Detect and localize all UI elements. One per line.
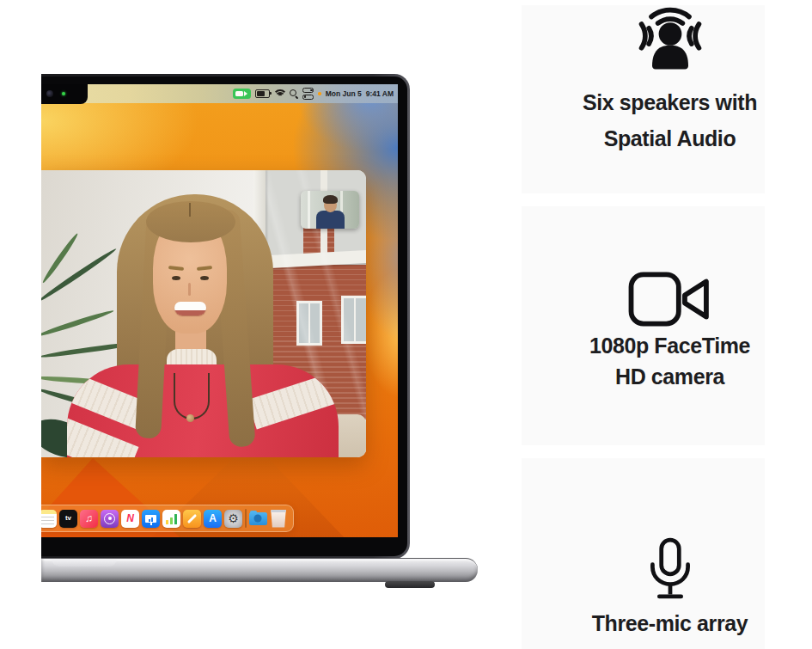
dock-icon-pages[interactable] (183, 510, 201, 528)
caller-necklace (174, 373, 210, 419)
menu-bar-status-area: Mon Jun 5 9:41 AM (233, 84, 394, 103)
camera-glyph (244, 91, 247, 96)
dock-icon-downloads-folder[interactable] (249, 510, 267, 528)
feature-title-line: 1080p FaceTime (589, 333, 750, 358)
hair-part-line (189, 203, 191, 217)
mic-indicator-dot (318, 92, 321, 95)
facetime-active-indicator-icon[interactable] (233, 89, 251, 99)
battery-icon[interactable] (255, 89, 270, 98)
self-view-pip[interactable] (301, 191, 359, 229)
feature-card-mic: Three-mic array (522, 458, 765, 649)
pip-window-frame (308, 191, 310, 229)
laptop-screen: Mon Jun 5 9:41 AM (41, 74, 410, 559)
dock-icon-keynote[interactable] (142, 510, 160, 528)
feature-title-line: HD camera (615, 364, 724, 389)
lid-scoop (52, 559, 117, 566)
dock-divider (245, 509, 247, 528)
facetime-window (41, 170, 366, 457)
spotlight-search-icon[interactable] (290, 89, 298, 98)
dock-icon-notes[interactable] (41, 510, 57, 528)
pip-person-hair (323, 195, 338, 204)
camera-active-led (62, 92, 65, 95)
camera-notch (41, 84, 88, 104)
laptop-base (41, 558, 478, 582)
menu-bar-clock[interactable]: Mon Jun 5 9:41 AM (326, 89, 394, 98)
spatial-audio-icon (630, 7, 711, 79)
dock-icon-trash[interactable] (270, 510, 288, 528)
wifi-icon[interactable] (274, 89, 285, 98)
pip-person-body (316, 211, 345, 229)
dock-icon-tv[interactable]: tv (59, 510, 77, 528)
feature-title-line: Spatial Audio (604, 126, 736, 151)
feature-title-line: Six speakers with (583, 89, 757, 115)
caller-eye (172, 276, 180, 280)
caller-eye (200, 276, 209, 280)
feature-card-speakers: Six speakers with Spatial Audio (522, 5, 765, 193)
battery-nub (270, 92, 272, 95)
macbook-air-photo: Mon Jun 5 9:41 AM (41, 74, 478, 590)
feature-card-camera: 1080p FaceTime HD camera (522, 206, 765, 445)
clock-time: 9:41 AM (366, 89, 394, 98)
menu-bar: Mon Jun 5 9:41 AM (41, 84, 398, 103)
dock-icon-news[interactable]: N (121, 510, 139, 528)
laptop-foot (385, 581, 435, 588)
control-center-icon[interactable] (302, 88, 314, 100)
facetime-hd-camera-icon (627, 271, 713, 328)
webcam-lens (46, 90, 53, 97)
caller-smile (174, 302, 206, 315)
plant-leaf (41, 247, 118, 303)
caller-hair-crown (146, 201, 235, 242)
dock-icon-music[interactable]: ♫ (80, 510, 98, 528)
dock-icon-numbers[interactable] (162, 510, 180, 528)
clock-date: Mon Jun 5 (326, 89, 362, 98)
dock: tv ♫ N (41, 505, 294, 532)
dock-icon-system-settings[interactable]: ⚙ (224, 510, 242, 528)
plant-leaf (41, 309, 114, 339)
battery-fill (257, 91, 265, 96)
feature-title-line: Three-mic array (592, 610, 748, 636)
necklace-pendant (186, 414, 194, 422)
camera-glyph (235, 91, 243, 96)
caller-nose (188, 283, 191, 296)
three-mic-array-icon (645, 537, 695, 603)
macos-display: Mon Jun 5 9:41 AM (41, 84, 398, 537)
dock-icon-podcasts[interactable] (101, 510, 119, 528)
dock-icon-app-store[interactable]: A (204, 510, 222, 528)
marketing-page: Mon Jun 5 9:41 AM (0, 0, 812, 649)
